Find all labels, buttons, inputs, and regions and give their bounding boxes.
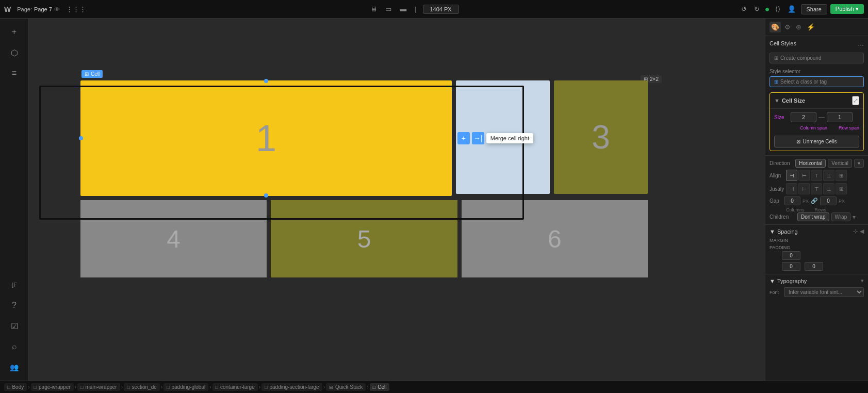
row-span-input[interactable] — [827, 112, 853, 122]
align-center-btn[interactable]: ⊢ — [798, 170, 810, 181]
wrap-btn[interactable]: Wrap — [831, 212, 851, 221]
padding-label: PADDING — [769, 245, 864, 250]
dont-wrap-btn[interactable]: Don't wrap — [797, 212, 829, 221]
breadcrumb-item-cell[interactable]: □ Cell — [370, 383, 390, 391]
redo-btn[interactable]: ↻ — [752, 4, 762, 14]
collapse-arrow[interactable]: ▼ — [774, 97, 780, 104]
merge-right-btn[interactable]: →| — [472, 132, 484, 144]
breadcrumb-item-padding-section-large[interactable]: □ padding-section-large — [261, 383, 322, 391]
gap-lock-icon[interactable]: 🔗 — [811, 198, 818, 204]
add-column-btn[interactable]: + — [457, 132, 470, 144]
cell-3[interactable]: 3 — [554, 80, 648, 194]
cell-styles-menu-btn[interactable]: ... — [858, 39, 864, 47]
padding-value-input[interactable] — [782, 251, 800, 260]
breadcrumb-icon: □ — [216, 385, 218, 390]
search-canvas-icon[interactable]: ⌕ — [5, 337, 24, 356]
tablet-view-btn[interactable]: ▭ — [383, 4, 394, 14]
unmerge-icon: ⊠ — [796, 139, 800, 144]
canvas-area[interactable]: ⊞ 2×2 ⊞ Cell 1 — [29, 19, 765, 381]
undo-btn[interactable]: ↺ — [739, 4, 749, 14]
direction-more-btn[interactable]: ▾ — [854, 159, 864, 168]
users-icon[interactable]: 👥 — [5, 358, 24, 376]
spacing-collapse-arrow[interactable]: ▼ — [769, 228, 775, 235]
typography-more-btn[interactable]: ▾ — [861, 277, 864, 284]
person-icon[interactable]: 👤 — [785, 4, 798, 14]
spacing-icon-2[interactable]: ◀ — [860, 228, 864, 235]
vertical-btn[interactable]: Vertical — [828, 159, 852, 168]
grid-top-row: ⊞ Cell 1 + →| Merge cell right — [80, 80, 648, 196]
add-element-btn[interactable]: + — [5, 23, 24, 41]
help-icon[interactable]: ? — [5, 296, 24, 315]
breadcrumb-item-container-large[interactable]: □ container-large — [212, 383, 258, 391]
children-row: Children Don't wrap Wrap ▾ — [769, 212, 864, 221]
breadcrumb-icon: □ — [373, 385, 375, 390]
breadcrumb-icon: □ — [127, 385, 129, 390]
page-label: Page: Page 7 👁 — [17, 6, 60, 12]
components-icon[interactable]: ⬡ — [5, 43, 24, 62]
breadcrumb-icon: □ — [80, 385, 83, 390]
spacing-icon-1[interactable]: ⊹ — [853, 228, 858, 235]
breadcrumb-item-page-wrapper[interactable]: □ page-wrapper — [31, 383, 74, 391]
cell-5[interactable]: 5 — [271, 200, 457, 277]
justify-center-btn[interactable]: ⊢ — [798, 183, 810, 194]
justify-start-btn[interactable]: ⊣ — [786, 183, 797, 194]
horizontal-btn[interactable]: Horizontal — [795, 159, 826, 168]
mobile-view-btn[interactable]: ▬ — [398, 4, 408, 14]
gap-row-input[interactable] — [820, 196, 837, 205]
create-compound-btn[interactable]: ⊞ Create compound — [769, 53, 864, 63]
variables-icon[interactable]: {F — [5, 275, 24, 294]
dimension-display: 1404 PX — [423, 5, 459, 14]
desktop-view-btn[interactable]: 🖥 — [368, 4, 379, 14]
style-selector-input[interactable]: ⊞ Select a class or tag — [769, 76, 864, 87]
padding-top-row — [769, 251, 864, 260]
col-span-input[interactable] — [791, 112, 816, 122]
breadcrumb-icon: □ — [167, 385, 169, 390]
align-row: Align ⊣ ⊢ ⊤ ⊥ ⊞ — [769, 170, 864, 181]
style-panel-btn[interactable]: 🎨 — [769, 22, 781, 32]
justify-space-btn[interactable]: ⊥ — [823, 183, 834, 194]
pad-right-input[interactable] — [805, 262, 823, 271]
layout-section: Direction Horizontal Vertical ▾ Align ⊣ … — [765, 155, 868, 224]
share-btn[interactable]: Share — [801, 4, 827, 14]
breadcrumb-item-quick-stack[interactable]: ⊞ Quick Stack — [326, 383, 366, 391]
children-more-arrow[interactable]: ▾ — [853, 214, 856, 221]
handle-bottom[interactable] — [264, 193, 268, 198]
expand-btn[interactable]: ⤢ — [852, 96, 859, 105]
cell-4[interactable]: 4 — [80, 200, 267, 277]
responsive-view-btn[interactable]: | — [413, 4, 418, 14]
font-select[interactable]: Inter variable font sint... — [784, 287, 864, 297]
breadcrumb-item-main-wrapper[interactable]: □ main-wrapper — [77, 383, 120, 391]
breadcrumb-item-padding-global[interactable]: □ padding-global — [163, 383, 208, 391]
align-left-btn[interactable]: ⊣ — [786, 170, 797, 181]
interaction-panel-btn[interactable]: ⊛ — [794, 22, 803, 32]
cell-6[interactable]: 6 — [462, 200, 648, 277]
typography-collapse-arrow[interactable]: ▼ — [769, 278, 775, 284]
settings-icon[interactable]: ⋮⋮⋮ — [64, 4, 88, 14]
tasks-icon[interactable]: ☑ — [5, 317, 24, 335]
align-top-btn[interactable]: ⊥ — [823, 170, 834, 181]
cell-1[interactable]: 1 — [81, 81, 451, 195]
justify-end-btn[interactable]: ⊤ — [811, 183, 822, 194]
status-icon: ● — [765, 5, 770, 14]
align-right-btn[interactable]: ⊤ — [811, 170, 822, 181]
handle-top[interactable] — [264, 79, 268, 83]
breadcrumb-item-section_de[interactable]: □ section_de — [124, 383, 160, 391]
padding-sides-row — [769, 262, 864, 271]
gap-col-input[interactable] — [784, 196, 800, 205]
breadcrumb-item-body[interactable]: □ Body — [4, 383, 27, 391]
cell-styles-header: Cell Styles ... — [765, 36, 868, 51]
breadcrumb: □ Body›□ page-wrapper›□ main-wrapper›□ s… — [0, 381, 868, 393]
settings-panel-btn[interactable]: ⚙ — [783, 22, 792, 32]
code-btn[interactable]: ⟨⟩ — [773, 4, 782, 14]
pad-top-input[interactable] — [782, 262, 800, 271]
cell-1-wrapper[interactable]: ⊞ Cell 1 + →| Merge cell right — [80, 80, 452, 196]
custom-panel-btn[interactable]: ⚡ — [805, 22, 816, 32]
align-stretch-btn[interactable]: ⊞ — [836, 170, 847, 181]
publish-btn[interactable]: Publish ▾ — [830, 4, 864, 14]
justify-stretch-btn[interactable]: ⊞ — [836, 183, 847, 194]
layers-icon[interactable]: ≡ — [5, 64, 24, 83]
font-label: Font — [769, 290, 782, 295]
unmerge-cells-btn[interactable]: ⊠ Unmerge Cells — [774, 136, 859, 148]
col-span-label: Column span — [791, 125, 837, 130]
handle-left[interactable] — [79, 136, 83, 140]
